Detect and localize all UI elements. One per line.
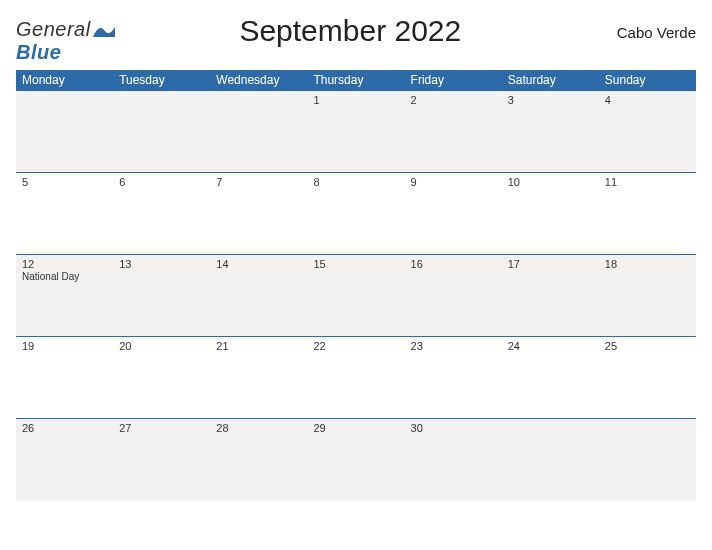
day-number: 21 [216,340,301,352]
day-number: 13 [119,258,204,270]
weekday-header: Sunday [599,70,696,91]
day-number: 5 [22,176,107,188]
country-label: Cabo Verde [586,12,696,41]
day-number: 27 [119,422,204,434]
calendar-cell [599,419,696,501]
day-number: 19 [22,340,107,352]
calendar-cell: 16 [405,255,502,337]
weekday-header-row: Monday Tuesday Wednesday Thursday Friday… [16,70,696,91]
calendar-cell: 20 [113,337,210,419]
calendar-week: 2627282930 [16,419,696,501]
day-number: 10 [508,176,593,188]
calendar-cell: 17 [502,255,599,337]
calendar-cell: 2 [405,91,502,173]
calendar-week: 567891011 [16,173,696,255]
calendar-cell: 21 [210,337,307,419]
calendar-cell [210,91,307,173]
day-number: 4 [605,94,690,106]
day-number: 29 [313,422,398,434]
day-number: 16 [411,258,496,270]
header: General Blue September 2022 Cabo Verde [16,12,696,64]
weekday-header: Monday [16,70,113,91]
calendar-cell: 30 [405,419,502,501]
calendar-cell: 19 [16,337,113,419]
calendar-cell: 24 [502,337,599,419]
calendar-cell: 4 [599,91,696,173]
weekday-header: Tuesday [113,70,210,91]
calendar-cell: 27 [113,419,210,501]
day-number: 28 [216,422,301,434]
calendar-cell: 9 [405,173,502,255]
day-number: 11 [605,176,690,188]
day-number: 1 [313,94,398,106]
logo-word1: General [16,18,91,40]
logo-text: General Blue [16,18,115,64]
calendar-week: 12National Day131415161718 [16,255,696,337]
calendar-cell: 28 [210,419,307,501]
calendar-cell: 1 [307,91,404,173]
day-number: 6 [119,176,204,188]
calendar: Monday Tuesday Wednesday Thursday Friday… [16,70,696,501]
day-number: 30 [411,422,496,434]
calendar-cell: 3 [502,91,599,173]
calendar-cell: 18 [599,255,696,337]
day-number: 12 [22,258,107,270]
calendar-cell: 13 [113,255,210,337]
calendar-week: 1234 [16,91,696,173]
day-number: 7 [216,176,301,188]
day-number: 26 [22,422,107,434]
day-number: 2 [411,94,496,106]
calendar-cell [16,91,113,173]
weekday-header: Wednesday [210,70,307,91]
logo: General Blue [16,12,115,64]
day-number: 18 [605,258,690,270]
day-number: 20 [119,340,204,352]
day-number: 15 [313,258,398,270]
logo-word2: Blue [16,41,61,63]
calendar-cell: 6 [113,173,210,255]
calendar-cell: 29 [307,419,404,501]
calendar-cell: 11 [599,173,696,255]
holiday-label: National Day [22,271,107,282]
weekday-header: Saturday [502,70,599,91]
day-number: 25 [605,340,690,352]
day-number: 9 [411,176,496,188]
weekday-header: Friday [405,70,502,91]
day-number: 23 [411,340,496,352]
calendar-cell [502,419,599,501]
calendar-cell: 26 [16,419,113,501]
day-number: 24 [508,340,593,352]
calendar-cell: 10 [502,173,599,255]
day-number: 22 [313,340,398,352]
calendar-week: 19202122232425 [16,337,696,419]
calendar-cell: 14 [210,255,307,337]
calendar-body: 123456789101112National Day1314151617181… [16,91,696,501]
day-number: 17 [508,258,593,270]
weekday-header: Thursday [307,70,404,91]
calendar-cell: 8 [307,173,404,255]
page-title: September 2022 [115,12,586,48]
calendar-cell: 25 [599,337,696,419]
day-number: 14 [216,258,301,270]
wave-icon [93,23,115,39]
calendar-cell: 23 [405,337,502,419]
calendar-cell: 15 [307,255,404,337]
calendar-cell: 7 [210,173,307,255]
day-number: 8 [313,176,398,188]
calendar-cell: 12National Day [16,255,113,337]
calendar-cell [113,91,210,173]
calendar-cell: 22 [307,337,404,419]
day-number: 3 [508,94,593,106]
calendar-cell: 5 [16,173,113,255]
